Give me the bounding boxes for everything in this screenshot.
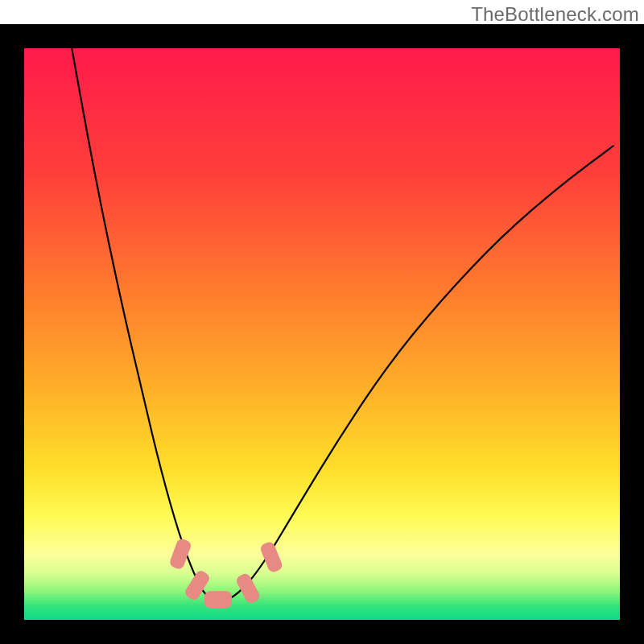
plot-border [0,24,644,48]
plot-border [620,24,644,644]
curve-marker [204,591,231,608]
bottleneck-curve [24,48,620,620]
plot-border [0,24,24,644]
chart-frame: TheBottleneck.com [0,0,644,644]
plot-area [24,48,620,620]
plot-border [0,620,644,644]
watermark-text: TheBottleneck.com [471,3,639,26]
